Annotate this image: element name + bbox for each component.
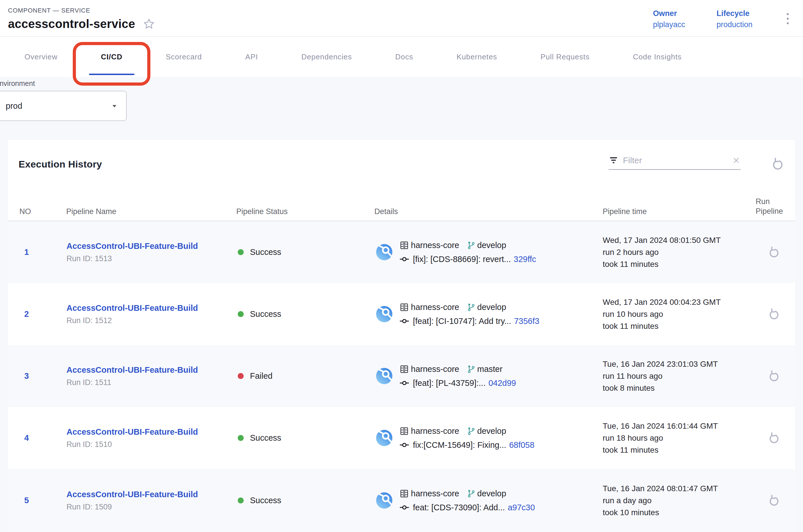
- breadcrumb: COMPONENT — SERVICE: [8, 7, 155, 14]
- pipeline-time: Wed, 17 Jan 2024 00:04:23 GMTrun 10 hour…: [603, 283, 721, 345]
- execution-history-panel: Execution History NO Pipeline Name Pipel…: [8, 140, 795, 532]
- branch-name: develop: [477, 241, 506, 250]
- pipeline-name-link[interactable]: AccessControl-UBI-Feature-Build: [66, 365, 198, 375]
- environment-label: Environment: [0, 79, 35, 88]
- pipeline-time: Tue, 16 Jan 2024 08:01:47 GMTrun a day a…: [603, 469, 718, 532]
- repo-icon: [400, 241, 409, 250]
- pipeline-time: Wed, 17 Jan 2024 08:01:50 GMTrun 2 hours…: [603, 221, 721, 283]
- pipeline-harness-icon: [376, 430, 393, 446]
- row-number: 1: [18, 221, 35, 283]
- pipeline-harness-icon: [376, 492, 393, 509]
- branch-name: develop: [477, 489, 506, 498]
- run-pipeline-button[interactable]: [767, 369, 781, 383]
- owner-link[interactable]: plplayacc: [653, 20, 685, 29]
- status-label: Success: [250, 433, 281, 443]
- row-number: 2: [18, 283, 35, 345]
- run-pipeline-button[interactable]: [767, 494, 781, 507]
- tab-cicd[interactable]: CI/CD: [88, 37, 136, 77]
- status-label: Success: [250, 496, 281, 505]
- col-header-pipeline-time: Pipeline time: [603, 207, 647, 216]
- run-id: Run ID: 1511: [66, 378, 111, 387]
- filter-bar: [609, 155, 741, 170]
- tab-code-insights[interactable]: Code Insights: [620, 37, 695, 77]
- tab-docs[interactable]: Docs: [382, 37, 426, 77]
- row-number: 5: [18, 469, 35, 532]
- lifecycle-label: Lifecycle: [716, 9, 752, 18]
- pipeline-harness-icon: [376, 244, 393, 260]
- commit-hash-link[interactable]: 329ffc: [514, 254, 536, 264]
- favorite-star-icon[interactable]: [142, 17, 155, 31]
- repo-name: harness-core: [411, 303, 459, 312]
- git-commit-icon: [400, 254, 409, 264]
- table-row: 3 AccessControl-UBI-Feature-Build Run ID…: [8, 345, 795, 407]
- col-header-pipeline-name: Pipeline Name: [66, 207, 116, 216]
- run-pipeline-button[interactable]: [767, 308, 781, 321]
- status-label: Success: [250, 247, 281, 257]
- col-header-run-pipeline: Run Pipeline: [756, 197, 793, 216]
- environment-select[interactable]: prod: [0, 91, 127, 121]
- col-header-no: NO: [19, 207, 31, 216]
- repo-icon: [400, 427, 409, 436]
- page-title: accesscontrol-service: [8, 17, 135, 31]
- tab-kubernetes[interactable]: Kubernetes: [443, 37, 510, 77]
- run-pipeline-button[interactable]: [767, 432, 781, 445]
- more-options-kebab-icon[interactable]: [784, 9, 791, 28]
- page-header: COMPONENT — SERVICE accesscontrol-servic…: [0, 0, 803, 37]
- status-label: Failed: [250, 371, 272, 381]
- repo-icon: [400, 489, 409, 498]
- status-dot: [238, 249, 244, 255]
- run-pipeline-button[interactable]: [767, 246, 781, 259]
- commit-hash-link[interactable]: 042d99: [489, 378, 516, 388]
- git-branch-icon: [466, 427, 475, 436]
- commit-message: fix:[CCM-15649]: Fixing...: [413, 440, 506, 450]
- repo-icon: [400, 303, 409, 312]
- lifecycle-meta: Lifecycle production: [716, 9, 752, 29]
- col-header-details: Details: [375, 207, 398, 216]
- pipeline-time: Tue, 16 Jan 2024 16:01:44 GMTrun 18 hour…: [603, 407, 718, 469]
- status-label: Success: [250, 309, 281, 319]
- tabs-bar: Overview CI/CD Scorecard API Dependencie…: [0, 37, 803, 77]
- pipeline-name-link[interactable]: AccessControl-UBI-Feature-Build: [66, 303, 198, 313]
- owner-label: Owner: [653, 9, 685, 18]
- row-number: 4: [18, 407, 35, 469]
- run-id: Run ID: 1510: [66, 440, 112, 449]
- repo-icon: [400, 365, 409, 374]
- pipeline-name-link[interactable]: AccessControl-UBI-Feature-Build: [66, 242, 198, 251]
- pipeline-harness-icon: [376, 368, 393, 384]
- tab-pull-requests[interactable]: Pull Requests: [527, 37, 603, 77]
- table-body: 1 AccessControl-UBI-Feature-Build Run ID…: [8, 221, 795, 532]
- status-dot: [238, 311, 244, 317]
- repo-name: harness-core: [411, 241, 459, 250]
- panel-title: Execution History: [19, 159, 102, 170]
- git-commit-icon: [400, 440, 409, 450]
- repo-name: harness-core: [411, 426, 459, 436]
- commit-message: [feat]: [CI-10747]: Add try...: [413, 317, 511, 326]
- repo-name: harness-core: [411, 364, 459, 374]
- tab-overview[interactable]: Overview: [12, 37, 71, 77]
- git-commit-icon: [400, 503, 409, 512]
- commit-hash-link[interactable]: 68f058: [509, 440, 534, 450]
- commit-message: [feat]: [PL-43759]:...: [413, 378, 486, 388]
- table-header: NO Pipeline Name Pipeline Status Details…: [8, 186, 795, 221]
- owner-meta: Owner plplayacc: [653, 9, 685, 29]
- table-row: 1 AccessControl-UBI-Feature-Build Run ID…: [8, 221, 795, 283]
- run-id: Run ID: 1509: [66, 502, 112, 511]
- branch-name: master: [477, 364, 502, 374]
- commit-message: feat: [CDS-73090]: Add...: [413, 503, 505, 512]
- status-dot: [238, 435, 244, 441]
- clear-filter-icon[interactable]: [732, 156, 741, 165]
- environment-selected-value: prod: [6, 101, 22, 111]
- run-id: Run ID: 1513: [66, 254, 112, 263]
- col-header-pipeline-status: Pipeline Status: [236, 207, 288, 216]
- commit-hash-link[interactable]: a97c30: [508, 503, 535, 512]
- commit-hash-link[interactable]: 7356f3: [514, 317, 539, 326]
- tab-scorecard[interactable]: Scorecard: [153, 37, 215, 77]
- pipeline-name-link[interactable]: AccessControl-UBI-Feature-Build: [66, 490, 198, 499]
- refresh-icon[interactable]: [770, 157, 785, 171]
- pipeline-name-link[interactable]: AccessControl-UBI-Feature-Build: [66, 427, 198, 437]
- filter-input[interactable]: [623, 155, 727, 165]
- tab-api[interactable]: API: [232, 37, 271, 77]
- branch-name: develop: [477, 426, 506, 436]
- tab-dependencies[interactable]: Dependencies: [288, 37, 365, 77]
- repo-name: harness-core: [411, 489, 459, 498]
